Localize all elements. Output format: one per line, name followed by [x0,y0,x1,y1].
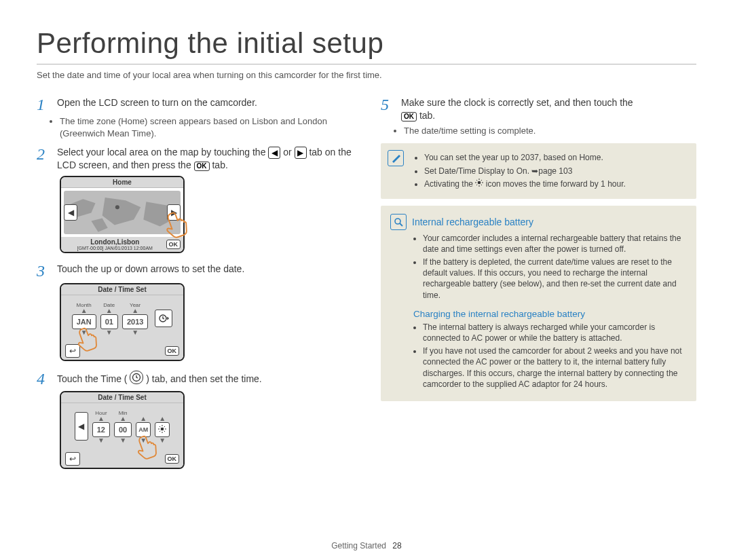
bullet: The time zone (Home) screen appears base… [60,115,352,139]
lcd-title: Date / Time Set [61,392,183,403]
step-2: 2 Select your local area on the map by t… [37,146,352,172]
step-number: 5 [381,96,394,113]
note-box: You can set the year up to 2037, based o… [381,143,696,198]
battery-box: Internal rechargeable battery Your camco… [381,206,696,401]
step-5-bullets: The date/time setting is complete. [404,125,696,137]
manual-page: Performing the initial setup Set the dat… [0,0,733,560]
step-number: 3 [37,263,50,279]
sun-icon [475,179,483,189]
ok-icon: OK [401,112,417,122]
magnifier-icon [390,214,407,230]
down-arrow-icon[interactable]: ▼ [114,438,132,443]
note-list: You can set the year up to 2037, based o… [413,152,688,189]
step-5: 5 Make sure the clock is correctly set, … [381,96,696,122]
left-arrow-icon: ◀ [268,147,280,159]
charging-list: The internal battery is always recharged… [423,322,687,390]
list-item: Your camcorder includes a internal recha… [423,233,687,255]
lcd-title: Home [61,177,183,188]
svg-line-17 [476,180,477,181]
lcd-body: ◀ ▶ [61,188,183,237]
svg-point-3 [161,428,164,431]
step-number: 2 [37,146,50,162]
page-number: 28 [392,541,401,550]
charging-heading: Charging the internal rechargeable batte… [413,309,687,319]
step-number: 4 [37,371,50,387]
svg-point-12 [478,181,481,185]
down-arrow-icon[interactable]: ▼ [122,330,148,335]
step-3: 3 Touch the up or down arrows to set the… [37,263,352,279]
year-col: Year ▲ 2013 ▼ [122,302,148,335]
up-arrow-icon[interactable]: ▲ [100,308,118,314]
calendar-tab-button[interactable]: ◀ [75,412,88,441]
title-rule [37,64,696,64]
svg-point-21 [395,219,400,224]
right-column: 5 Make sure the clock is correctly set, … [381,92,696,479]
note-icon [388,150,404,166]
step-text: Open the LCD screen to turn on the camco… [57,96,257,109]
page-title: Performing the initial setup [37,27,696,60]
note-item: Set Date/Time Display to On. ➥page 103 [424,166,688,176]
svg-line-9 [164,431,165,432]
time-tab-button[interactable] [155,310,172,327]
lcd-date: Date / Time Set Month ▲ JAN ▼ Date ▲ 01 [60,283,185,361]
step-1-bullets: The time zone (Home) screen appears base… [60,115,352,139]
up-arrow-icon[interactable]: ▲ [155,416,170,422]
svg-line-19 [481,180,482,181]
lcd-body: ◀ Hour ▲ 12 ▼ Min ▲ 00 ▼ [61,403,183,450]
lcd-city-line: London,Lisbon [GMT-00:00] JAN/01/2013 12… [64,238,166,250]
battery-list: Your camcorder includes a internal recha… [423,233,687,301]
list-item: If the battery is depleted, the current … [423,257,687,301]
step-text: Make sure the clock is correctly set, an… [401,96,633,122]
map-left-button[interactable]: ◀ [64,204,77,221]
svg-point-0 [115,205,119,209]
up-arrow-icon[interactable]: ▲ [122,308,148,314]
svg-line-10 [164,426,165,427]
touch-hand-icon [136,431,164,462]
hour-value[interactable]: 12 [92,422,110,437]
year-value[interactable]: 2013 [122,314,148,329]
svg-line-20 [476,185,477,185]
ok-button[interactable]: OK [165,346,180,356]
section-name: Getting Started [331,541,386,550]
lcd-body: Month ▲ JAN ▼ Date ▲ 01 ▼ Year [61,295,183,342]
intro-text: Set the date and time of your local area… [37,70,696,80]
touch-hand-icon [164,207,195,241]
note-item: Activating the icon moves the time forwa… [424,179,688,190]
ok-button[interactable]: OK [165,454,180,464]
hour-col: Hour ▲ 12 ▼ [92,410,110,443]
up-arrow-icon[interactable]: ▲ [114,416,132,422]
up-arrow-icon[interactable]: ▲ [136,416,151,422]
up-arrow-icon[interactable]: ▲ [72,308,96,314]
step-text: Touch the Time ( ) tab, and then set the… [57,371,262,386]
battery-heading: Internal rechargeable battery [390,214,687,230]
left-column: 1 Open the LCD screen to turn on the cam… [37,92,352,479]
step-text: Touch the up or down arrows to set the d… [57,263,244,276]
svg-line-8 [159,426,160,427]
note-item: You can set the year up to 2037, based o… [424,152,688,163]
step-4: 4 Touch the Time ( ) tab, and then set t… [37,371,352,387]
right-arrow-icon: ▶ [295,147,307,159]
svg-line-18 [481,185,482,185]
two-column-layout: 1 Open the LCD screen to turn on the cam… [37,92,696,479]
lcd-timezone: Home ◀ ▶ [60,176,185,253]
step-1: 1 Open the LCD screen to turn on the cam… [37,96,352,113]
step-text: Select your local area on the map by tou… [57,146,352,172]
svg-line-22 [400,223,402,226]
min-value[interactable]: 00 [114,422,132,437]
bullet: The date/time setting is complete. [404,125,696,137]
step-number: 1 [37,96,50,113]
min-col: Min ▲ 00 ▼ [114,410,132,443]
up-arrow-icon[interactable]: ▲ [92,416,110,422]
lcd-time: Date / Time Set ◀ Hour ▲ 12 ▼ Min ▲ [60,391,185,469]
page-footer: Getting Started 28 [0,541,733,550]
back-button[interactable]: ↩ [65,452,80,466]
touch-hand-icon [76,323,105,354]
down-arrow-icon[interactable]: ▼ [92,438,110,443]
ok-icon: OK [194,162,210,171]
clock-icon [130,371,143,384]
list-item: If you have not used the camcorder for a… [423,346,687,390]
lcd-title: Date / Time Set [61,284,183,295]
list-item: The internal battery is always recharged… [423,322,687,343]
